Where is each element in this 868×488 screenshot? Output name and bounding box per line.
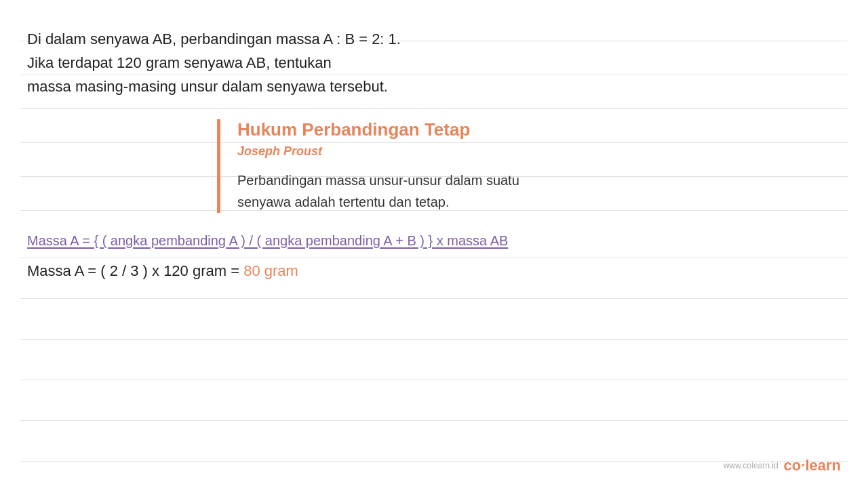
question-text: Di dalam senyawa AB, perbandingan massa …	[27, 20, 841, 99]
colearn-brand: co·learn	[784, 457, 841, 474]
page-container: Di dalam senyawa AB, perbandingan massa …	[0, 0, 868, 488]
blockquote-card: Hukum Perbandingan Tetap Joseph Proust P…	[217, 119, 665, 213]
calculation-prefix: Massa A = ( 2 / 3 ) x 120 gram =	[27, 262, 243, 279]
h-line-9	[20, 339, 848, 340]
h-line-10	[20, 380, 848, 380]
h-line-11	[20, 420, 848, 421]
brand-suffix: learn	[805, 457, 841, 474]
question-line-3: massa masing-masing unsur dalam senyawa …	[27, 75, 841, 98]
colearn-logo: www.colearn.id co·learn	[724, 457, 841, 474]
calculation-highlight: 80 gram	[243, 262, 298, 279]
question-line-2: Jika terdapat 120 gram senyawa AB, tentu…	[27, 51, 841, 75]
h-line-3	[20, 108, 848, 109]
blockquote-body-line1: Perbandingan massa unsur-unsur dalam sua…	[237, 169, 665, 191]
question-line-1: Di dalam senyawa AB, perbandingan massa …	[27, 27, 841, 51]
blockquote-author: Joseph Proust	[237, 144, 665, 159]
calculation-line: Massa A = ( 2 / 3 ) x 120 gram = 80 gram	[27, 262, 841, 280]
colearn-url: www.colearn.id	[724, 461, 778, 470]
blockquote-body-line2: senyawa adalah tertentu dan tetap.	[237, 191, 665, 213]
brand-prefix: co	[784, 457, 802, 474]
h-line-8	[20, 298, 848, 299]
formula-line: Massa A = { ( angka pembanding A ) / ( a…	[27, 233, 841, 249]
blockquote-title: Hukum Perbandingan Tetap	[237, 119, 665, 140]
h-line-7	[20, 258, 848, 258]
blockquote-body: Perbandingan massa unsur-unsur dalam sua…	[237, 169, 665, 213]
